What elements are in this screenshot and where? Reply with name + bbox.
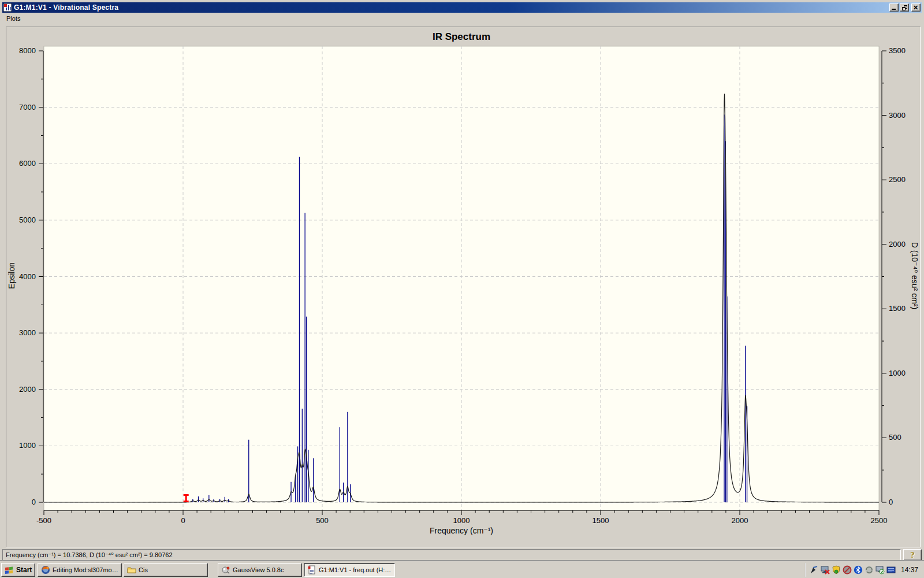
taskbar-button-freq-out[interactable]: G1:M1:V1 - freq.out (H:/...	[304, 563, 395, 577]
taskbar-button-label: Cis	[139, 566, 148, 573]
taskbar-button-label: G1:M1:V1 - freq.out (H:/...	[319, 566, 392, 573]
system-tray: 14:37	[806, 563, 923, 577]
menu-plots[interactable]: Plots	[2, 14, 24, 23]
security-shield-icon[interactable]	[832, 565, 841, 575]
taskbar-button-label: GaussView 5.0.8c	[233, 566, 284, 573]
status-readout: Frequency (cm⁻¹) = 10.7386, D (10⁻⁴⁰ esu…	[2, 549, 901, 561]
blocked-status-icon[interactable]	[843, 565, 852, 575]
svg-text:1000: 1000	[19, 441, 36, 450]
start-label: Start	[16, 566, 32, 574]
svg-text:2000: 2000	[889, 240, 906, 249]
start-button[interactable]: Start	[1, 563, 35, 577]
svg-text:-500: -500	[36, 516, 51, 525]
svg-text:8000: 8000	[19, 46, 36, 55]
taskbar-clock[interactable]: 14:37	[897, 566, 923, 574]
title-bar[interactable]: G1:M1:V1 - Vibrational Spectra ✕	[2, 2, 922, 13]
windows-logo-icon	[5, 565, 14, 575]
firefox-icon	[41, 565, 50, 575]
svg-text:6000: 6000	[19, 159, 36, 168]
close-button[interactable]: ✕	[911, 3, 921, 12]
svg-text:2000: 2000	[19, 385, 36, 394]
gaussview-icon	[221, 565, 230, 575]
svg-text:1500: 1500	[593, 516, 609, 525]
minimize-icon	[892, 9, 896, 10]
spectra-window-icon	[3, 3, 12, 12]
left-axis-title: Epsilon	[7, 262, 16, 289]
taskbar: Start Editing Mod:sl307module... Cis Gau…	[0, 561, 924, 578]
taskbar-button-firefox[interactable]: Editing Mod:sl307module...	[38, 563, 122, 577]
menu-bar: Plots	[2, 13, 922, 24]
taskbar-button-cis-folder[interactable]: Cis	[124, 563, 208, 577]
svg-text:1000: 1000	[889, 369, 906, 377]
svg-text:500: 500	[316, 516, 329, 525]
svg-text:2000: 2000	[732, 516, 748, 525]
chart-panel: 0100020003000400050006000700080000500100…	[6, 27, 921, 547]
bluetooth-icon[interactable]	[854, 565, 863, 575]
language-keyboard-icon[interactable]	[886, 565, 896, 575]
swirl-network-icon[interactable]	[865, 565, 874, 575]
close-icon: ✕	[913, 5, 918, 11]
svg-text:0: 0	[181, 516, 185, 525]
svg-text:4000: 4000	[19, 272, 36, 281]
svg-text:5000: 5000	[19, 216, 36, 224]
display-ok-icon[interactable]	[875, 565, 885, 575]
pen-pointer-icon[interactable]	[810, 565, 819, 575]
svg-text:2500: 2500	[871, 516, 888, 525]
svg-text:3000: 3000	[889, 111, 906, 120]
svg-text:0: 0	[889, 498, 893, 506]
minimize-button[interactable]	[889, 3, 899, 12]
restore-button[interactable]	[900, 3, 909, 12]
svg-text:7000: 7000	[19, 103, 36, 112]
ir-spectrum-chart[interactable]: 0100020003000400050006000700080000500100…	[6, 27, 920, 547]
vibrational-spectra-window: G1:M1:V1 - Vibrational Spectra ✕ Plots 0…	[0, 0, 924, 560]
display-error-icon[interactable]	[821, 565, 830, 575]
folder-icon	[127, 565, 136, 575]
document-icon	[307, 565, 316, 575]
right-axis-title: D (10⁻⁴⁰ esu² cm²)	[910, 242, 919, 309]
svg-text:500: 500	[889, 433, 901, 442]
help-button[interactable]: ?	[903, 549, 922, 561]
status-bar: Frequency (cm⁻¹) = 10.7386, D (10⁻⁴⁰ esu…	[2, 549, 922, 561]
svg-text:3500: 3500	[889, 46, 906, 55]
svg-text:3000: 3000	[19, 328, 36, 337]
window-title: G1:M1:V1 - Vibrational Spectra	[14, 3, 118, 12]
svg-text:1000: 1000	[453, 516, 470, 525]
taskbar-button-label: Editing Mod:sl307module...	[53, 566, 118, 573]
svg-text:1500: 1500	[889, 304, 906, 313]
x-axis-title: Frequency (cm⁻¹)	[430, 526, 493, 535]
svg-text:0: 0	[32, 498, 36, 506]
taskbar-button-gaussview[interactable]: GaussView 5.0.8c	[218, 563, 302, 577]
svg-text:2500: 2500	[889, 175, 906, 184]
chart-title: IR Spectrum	[433, 31, 490, 42]
